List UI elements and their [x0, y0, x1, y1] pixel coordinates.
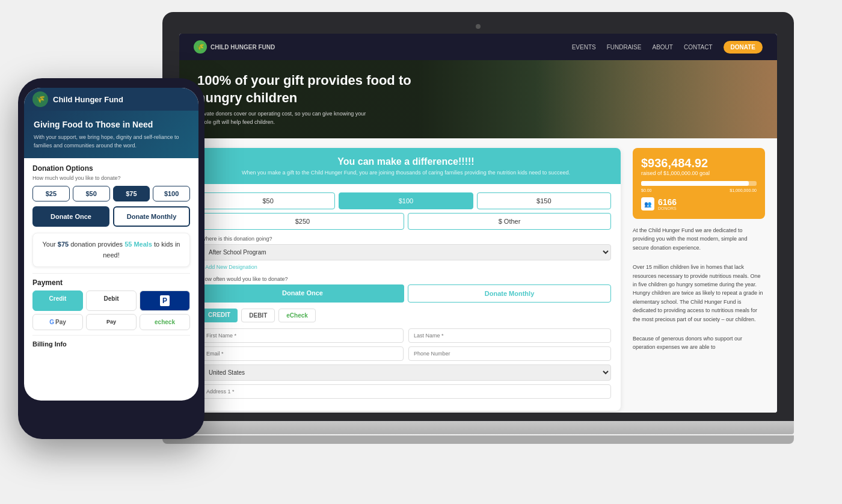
debit-btn[interactable]: Debit: [86, 290, 137, 311]
phone-body-content: Donation Options How much would you like…: [24, 158, 198, 401]
amount-grid-2: $250 $ Other: [201, 213, 611, 230]
phone-donate-monthly[interactable]: Donate Monthly: [113, 206, 190, 227]
donors-row: 👥 6166 DONORS: [641, 197, 757, 211]
nav-about[interactable]: ABOUT: [652, 44, 672, 51]
site-hero: 100% of your gift provides food to hungr…: [179, 60, 777, 138]
nav-events[interactable]: EVENTS: [572, 44, 596, 51]
phone-top-bar: 🌾 Child Hunger Fund: [24, 88, 198, 111]
laptop-base: [162, 421, 794, 434]
last-name-input[interactable]: [408, 328, 611, 343]
form-header-title: You can make a difference!!!!!: [203, 156, 609, 167]
phone-payment-section: Payment Credit Debit P GPay Pay echeck: [32, 278, 190, 330]
gpay-btn[interactable]: GPay: [32, 314, 83, 330]
donate-once-button[interactable]: Donate Once: [201, 284, 404, 303]
email-input[interactable]: [201, 346, 404, 361]
goal-text: raised of $1,000,000.00 goal: [641, 170, 757, 176]
address-input[interactable]: [201, 384, 611, 399]
phone-amount-75[interactable]: $75: [113, 186, 150, 201]
phone-body: 🌾 Child Hunger Fund Giving Food to Those…: [18, 78, 204, 439]
site-main-area: You can make a difference!!!!! When you …: [179, 138, 777, 413]
progress-bar-bg: [641, 181, 757, 186]
how-much-text: How much would you like to donate?: [32, 175, 190, 181]
credit-tab[interactable]: CREDIT: [201, 309, 238, 322]
donors-label: DONORS: [658, 206, 677, 211]
debit-tab[interactable]: DEBIT: [241, 309, 275, 322]
form-header: You can make a difference!!!!! When you …: [191, 148, 621, 184]
laptop-body: 🌾 CHILD HUNGER FUND EVENTS FUNDRAISE ABO…: [162, 12, 794, 421]
impact-text-1: Your: [43, 241, 58, 248]
laptop-camera: [476, 24, 481, 29]
phone-impact-box: Your $75 donation provides 55 Meals to k…: [32, 233, 190, 267]
phone-input[interactable]: [408, 346, 611, 361]
raised-amount: $936,484.92: [641, 156, 757, 170]
phone-amount-100[interactable]: $100: [153, 186, 190, 201]
echeck-tab[interactable]: eCheck: [278, 309, 316, 322]
site-description-1: At the Child Hunger Fund we are dedicate…: [633, 226, 765, 252]
divider-2: [32, 335, 190, 336]
form-body: $50 $100 $150 $250 $ Other Where is this…: [191, 184, 621, 411]
phone-donate-once[interactable]: Donate Once: [32, 206, 109, 227]
donors-icon: 👥: [641, 197, 654, 211]
donation-options-title: Donation Options: [32, 164, 190, 173]
applepay-btn[interactable]: Pay: [86, 314, 137, 330]
hero-heading: 100% of your gift provides food to hungr…: [197, 72, 426, 106]
site-logo-area: 🌾 CHILD HUNGER FUND: [194, 40, 275, 54]
donors-count: 6166: [658, 198, 677, 206]
phone-org-name: Child Hunger Fund: [53, 95, 123, 104]
logo-icon: 🌾: [194, 40, 207, 54]
amount-other[interactable]: $ Other: [408, 213, 611, 230]
payment-tabs: CREDIT DEBIT eCheck: [201, 309, 611, 322]
amount-250[interactable]: $250: [201, 213, 404, 230]
amount-100[interactable]: $100: [339, 192, 473, 209]
phone-echeck-btn[interactable]: echeck: [140, 314, 190, 330]
phone-amount-50[interactable]: $50: [73, 186, 110, 201]
site-form-area: You can make a difference!!!!! When you …: [191, 148, 621, 403]
hero-bg-overlay: [536, 60, 777, 138]
progress-card: $936,484.92 raised of $1,000,000.00 goal…: [633, 148, 765, 219]
paypal-btn[interactable]: P: [140, 290, 190, 311]
amount-grid: $50 $100 $150: [201, 192, 611, 209]
contact-row: [201, 346, 611, 361]
site-sidebar: $936,484.92 raised of $1,000,000.00 goal…: [633, 148, 765, 403]
amount-150[interactable]: $150: [477, 192, 611, 209]
site-nav-links: EVENTS FUNDRAISE ABOUT CONTACT DONATE: [572, 41, 763, 54]
nav-contact[interactable]: CONTACT: [684, 44, 713, 51]
phone-logo-icon: 🌾: [32, 91, 48, 107]
label-end: $1,000,000.00: [730, 188, 757, 192]
phone-hero-sub: With your support, we bring hope, dignit…: [34, 134, 189, 150]
progress-bar-fill: [641, 181, 749, 186]
country-select[interactable]: United States: [201, 364, 611, 381]
donate-monthly-button[interactable]: Donate Monthly: [408, 284, 611, 303]
where-label: Where is this donation going?: [201, 236, 611, 242]
phone: 🌾 Child Hunger Fund Giving Food to Those…: [18, 78, 204, 439]
phone-amount-grid: $25 $50 $75 $100: [32, 186, 190, 201]
add-designation-link[interactable]: + Add New Designation: [201, 264, 611, 270]
nav-fundraise[interactable]: FUNDRAISE: [607, 44, 642, 51]
phone-donate-btns: Donate Once Donate Monthly: [32, 206, 190, 227]
donation-form-card: You can make a difference!!!!! When you …: [191, 148, 621, 411]
phone-hero-title: Giving Food to Those in Need: [34, 119, 189, 130]
nav-donate-button[interactable]: DONATE: [724, 41, 763, 54]
site-nav: 🌾 CHILD HUNGER FUND EVENTS FUNDRAISE ABO…: [179, 34, 777, 60]
divider-1: [32, 273, 190, 274]
donate-frequency: Donate Once Donate Monthly: [201, 284, 611, 303]
laptop-foot: [162, 435, 794, 444]
payment-title: Payment: [32, 278, 190, 287]
form-header-sub: When you make a gift to the Child Hunger…: [203, 170, 609, 176]
impact-amount: $75: [58, 241, 69, 248]
name-row: [201, 328, 611, 343]
how-often-label: How often would you like to donate?: [201, 276, 611, 282]
hero-text-area: 100% of your gift provides food to hungr…: [197, 72, 426, 126]
credit-btn[interactable]: Credit: [32, 290, 83, 311]
label-start: $0.00: [641, 188, 652, 192]
impact-meals: 55 Meals: [124, 241, 152, 248]
designation-select[interactable]: After School Program: [201, 244, 611, 260]
phone-screen: 🌾 Child Hunger Fund Giving Food to Those…: [24, 88, 198, 401]
laptop: 🌾 CHILD HUNGER FUND EVENTS FUNDRAISE ABO…: [162, 12, 794, 469]
hero-subtext: Private donors cover our operating cost,…: [197, 110, 378, 126]
laptop-screen: 🌾 CHILD HUNGER FUND EVENTS FUNDRAISE ABO…: [179, 34, 777, 413]
amount-50[interactable]: $50: [201, 192, 335, 209]
phone-amount-25[interactable]: $25: [32, 186, 70, 201]
site-description-2: Over 15 million children live in homes t…: [633, 263, 765, 324]
first-name-input[interactable]: [201, 328, 404, 343]
